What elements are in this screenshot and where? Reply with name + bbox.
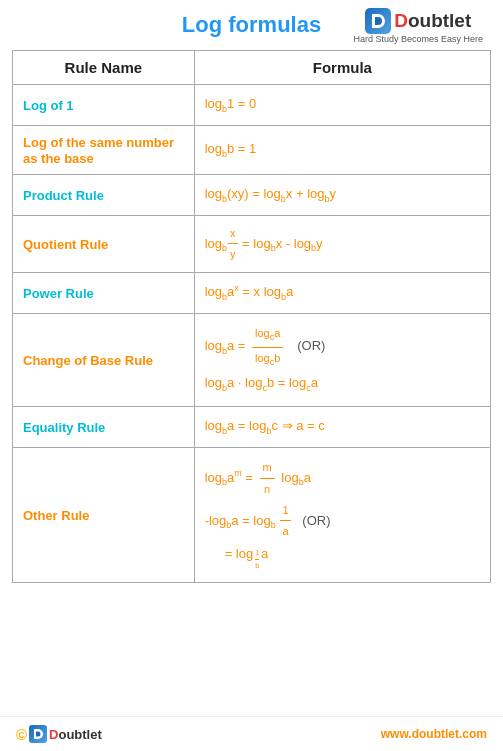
table-row: Other Rule logbam = m n logba -logba = l… [13, 448, 491, 583]
rule-name: Equality Rule [23, 420, 105, 435]
logo-wrapper: Doubtlet [365, 8, 471, 34]
formula-cell: logbax = x logba [194, 273, 490, 314]
table-row: Product Rule logb(xy) = logbx + logby [13, 174, 491, 215]
formula-cell: logbb = 1 [194, 125, 490, 174]
formula-line1: logba = logca logcb (OR) [205, 324, 480, 370]
col-name-header: Rule Name [13, 51, 195, 85]
formula-cell: logb(xy) = logbx + logby [194, 174, 490, 215]
logo-oubtlet: oubtlet [408, 10, 471, 32]
formula-line1: logbam = m n logba [205, 458, 480, 498]
rule-name: Quotient Rule [23, 237, 108, 252]
header: Log formulas Doubtlet Hard Study Becomes… [0, 0, 503, 44]
formula-cell: logba = logca logcb (OR) logba · logcb =… [194, 314, 490, 407]
col-formula-header: Formula [194, 51, 490, 85]
formula-line2: -logba = logb 1 a (OR) [205, 501, 480, 541]
table-row: Log of the same number as the base logbb… [13, 125, 491, 174]
footer-left: © Doubtlet [16, 725, 102, 743]
rule-name: Power Rule [23, 286, 94, 301]
formula-line2: logba · logcb = logca [205, 372, 480, 396]
rule-name: Log of 1 [23, 98, 74, 113]
footer-logo: Doubtlet [29, 725, 102, 743]
logo-d: D [394, 10, 408, 32]
formula-cell: logbam = m n logba -logba = logb 1 a [194, 448, 490, 583]
table-row: Equality Rule logba = logbc ⇒ a = c [13, 407, 491, 448]
rule-name: Change of Base Rule [23, 353, 153, 368]
table-row: Power Rule logbax = x logba [13, 273, 491, 314]
formula-cell: logba = logbc ⇒ a = c [194, 407, 490, 448]
footer-oubtlet: oubtlet [58, 727, 101, 742]
formula-line3: = log 1 b a [205, 543, 480, 572]
footer-logo-icon [29, 725, 47, 743]
logo-tagline: Hard Study Becomes Easy Here [353, 34, 483, 44]
footer-d: D [49, 727, 58, 742]
page-wrapper: Log formulas Doubtlet Hard Study Becomes… [0, 0, 503, 751]
table-row: Quotient Rule logbxy = logbx - logby [13, 215, 491, 272]
table-row: Log of 1 logb1 = 0 [13, 85, 491, 126]
rule-name: Product Rule [23, 188, 104, 203]
copyright-icon: © [16, 726, 27, 743]
logo-area: Doubtlet Hard Study Becomes Easy Here [353, 8, 483, 44]
formula-table: Rule Name Formula Log of 1 logb1 = 0 Log… [12, 50, 491, 583]
rule-name: Other Rule [23, 508, 89, 523]
formula-cell: logb1 = 0 [194, 85, 490, 126]
table-row: Change of Base Rule logba = logca logcb … [13, 314, 491, 407]
logo-icon [365, 8, 391, 34]
formula-cell: logbxy = logbx - logby [194, 215, 490, 272]
footer-website: www.doubtlet.com [381, 727, 487, 741]
footer: © Doubtlet www.doubtlet.com [0, 716, 503, 751]
rule-name: Log of the same number as the base [23, 135, 174, 166]
